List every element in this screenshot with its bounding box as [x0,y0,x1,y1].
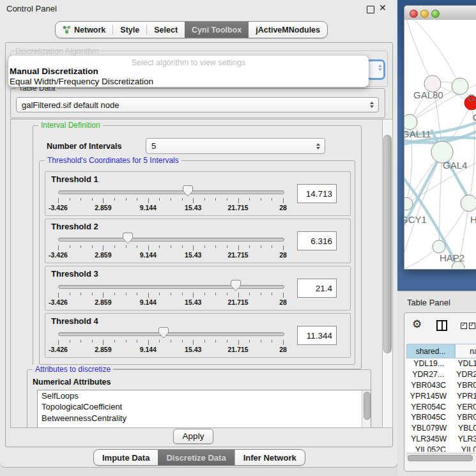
slider-track[interactable] [58,238,284,242]
select-column-checkbox-icon[interactable] [469,323,475,329]
tick-mark [137,293,137,295]
tick-mark [182,340,183,342]
slider-track[interactable] [58,285,284,289]
table-row[interactable]: YDL19...YDL19 [406,358,476,369]
thresholds-group-label: Threshold's Coordinates for 5 Intervals [45,156,181,165]
list-item[interactable]: BetweennessCentrality [38,413,371,424]
network-node[interactable] [452,78,468,95]
tick-mark [171,245,171,248]
table-row[interactable]: YBR043CYBR04 [406,380,476,391]
tab-label: Cyni Toolbox [192,26,242,35]
network-canvas[interactable]: GAL80GACGAL11GAL4GCY1HHAP2 [404,20,476,268]
network-node[interactable] [433,240,445,253]
split-columns-icon[interactable] [436,320,447,331]
tick-mark [272,198,272,201]
cell-shared-name: YBR043C [406,381,450,390]
table-row[interactable]: YDR27...YDR27 [406,369,476,380]
tab-infer-network[interactable]: Infer Network [234,450,305,465]
tick-label: 2.859 [95,251,111,259]
slider-thumb[interactable] [183,185,193,197]
network-node[interactable] [404,114,417,130]
tick-mark [159,198,160,201]
popup-item-2[interactable]: Equal Width/Frequency Discretization [10,77,153,86]
list-item[interactable]: SelfLoops [38,390,371,401]
tab-impute-data[interactable]: Impute Data [94,450,158,465]
tick-mark [204,340,205,342]
tick-mark [70,198,70,201]
table-hscroll-thumb[interactable] [408,455,473,461]
cell-shared-name: YDL19... [406,359,451,368]
network-node[interactable] [461,195,476,211]
table-row[interactable]: YBL079WYBL07 [406,423,476,434]
attributes-list-scrollbar[interactable] [362,390,371,428]
tick-mark [171,198,171,201]
select-all-checkbox-icon[interactable] [461,323,467,329]
slider-track[interactable] [58,190,284,194]
attributes-scroll-thumb[interactable] [364,392,371,420]
column-header-2[interactable]: na [455,344,476,358]
tick-mark [114,198,115,201]
network-edge[interactable] [406,20,433,84]
slider-thumb[interactable] [231,280,241,291]
threshold-value-field[interactable]: 14.713 [297,184,337,203]
table-horizontal-scrollbar[interactable] [406,453,475,461]
slider-thumb[interactable] [158,327,169,339]
tick-mark [261,293,261,295]
network-graph[interactable]: GAL80GACGAL11GAL4GCY1HHAP2 [404,20,476,268]
tick-mark [92,340,93,342]
panel-title: Control Panel [6,4,57,13]
gear-icon[interactable]: ⚙ [412,318,422,330]
table-row[interactable]: YLR345WYLR34 [406,434,476,445]
list-item[interactable]: TopologicalCoefficient [38,401,371,412]
tab-select[interactable]: Select [147,22,185,38]
tick-mark [70,245,70,248]
threshold-value-field[interactable]: 11.344 [297,326,337,345]
cell-name: YDR27 [450,370,476,379]
close-icon[interactable]: ✕ [379,3,387,13]
tick-mark [148,293,149,298]
algorithm-combobox-focused[interactable] [366,59,385,80]
tick-mark [58,245,59,250]
tab-discretize-data[interactable]: Discretize Data [158,450,234,465]
slider-track[interactable] [58,332,284,336]
tab-network[interactable]: Network [56,22,112,38]
tick-label: 9.144 [140,346,157,353]
numerical-attributes-list[interactable]: SelfLoopsTopologicalCoefficientBetweenne… [37,390,371,428]
tick-mark [272,293,272,295]
node-label: H [470,214,476,225]
settings-scroll-thumb[interactable] [383,135,392,353]
control-panel-window: Control Panel ✕ NetworkStyleSelectCyni T… [0,0,398,468]
close-traffic-light-icon[interactable] [410,10,418,18]
table-data-combobox[interactable]: galFiltered.sif default node [16,97,379,112]
tab-jactivemnodules[interactable]: jActiveMNodules [249,22,327,38]
tick-mark [227,198,227,201]
threshold-value-field[interactable]: 6.316 [297,231,337,250]
table-row[interactable]: YER054CYER05 [406,401,476,412]
node-label: GAL11 [404,128,431,139]
cell-shared-name: YDR27... [406,370,450,379]
table-row[interactable]: YBR045CYBR04 [406,412,476,423]
tab-style[interactable]: Style [113,22,146,38]
tick-label: 9.144 [140,298,157,306]
tick-mark [193,340,194,345]
tab-cyni-toolbox[interactable]: Cyni Toolbox [185,22,249,38]
table-row[interactable]: YPR145WYPR14 [406,390,476,401]
zoom-traffic-light-icon[interactable] [431,10,440,18]
apply-button[interactable]: Apply [173,429,213,444]
table-row[interactable]: YIL052CYIL05 [406,444,476,452]
tick-label: 28 [279,346,287,353]
popup-item-1[interactable]: Manual Discretization [10,66,98,76]
settings-scrollbar[interactable] [382,119,393,428]
tick-mark [137,245,137,248]
column-header-1[interactable]: shared... [406,344,455,358]
tick-label: 15.43 [185,251,201,259]
float-icon[interactable] [367,6,374,13]
tick-mark [103,340,104,345]
minimize-traffic-light-icon[interactable] [420,10,429,18]
network-window-titlebar[interactable] [404,6,476,20]
tick-label: 2.859 [95,204,111,211]
number-of-intervals-combobox[interactable]: 5 [146,138,325,154]
cell-name: YBR04 [450,413,476,422]
slider-thumb[interactable] [123,233,133,244]
threshold-value-field[interactable]: 21.4 [297,279,337,298]
